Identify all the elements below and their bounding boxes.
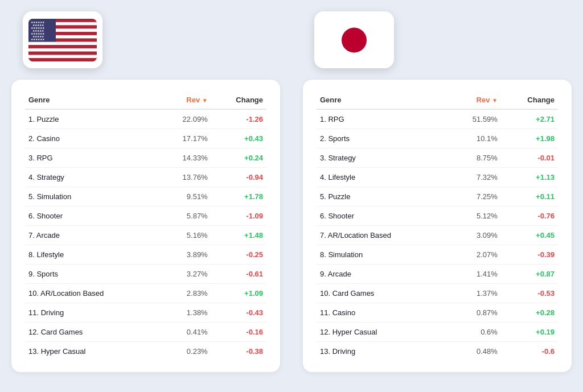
table-row: 3. RPG 14.33% +0.24 [25, 148, 266, 168]
rev-cell: 8.75% [447, 148, 501, 168]
change-cell: +0.43 [211, 129, 266, 148]
jp-col-rev: Rev ▼ [447, 91, 501, 109]
table-row: 4. Lifestyle 7.32% +1.13 [317, 168, 558, 187]
jp-table: Genre Rev ▼ Change 1. RPG 51.59% +2.71 2… [317, 91, 558, 361]
svg-point-22 [342, 27, 367, 52]
genre-cell: 6. Shooter [317, 207, 447, 226]
rev-cell: 7.25% [447, 187, 501, 207]
svg-text:★★★★★★: ★★★★★★ [31, 38, 45, 41]
rev-cell: 1.41% [447, 265, 501, 284]
rev-cell: 2.07% [447, 245, 501, 265]
genre-cell: 2. Casino [25, 129, 159, 148]
jp-rev-sort-arrow: ▼ [492, 97, 498, 104]
change-cell: -0.94 [211, 168, 266, 187]
rev-cell: 3.89% [159, 245, 211, 265]
table-row: 10. Card Games 1.37% -0.53 [317, 284, 558, 303]
change-cell: +0.11 [501, 187, 558, 207]
change-cell: -1.09 [211, 207, 266, 226]
table-row: 12. Hyper Casual 0.6% +0.19 [317, 323, 558, 342]
change-cell: +1.48 [211, 226, 266, 245]
rev-cell: 14.33% [159, 148, 211, 168]
table-row: 6. Shooter 5.87% -1.09 [25, 207, 266, 226]
rev-cell: 0.41% [159, 323, 211, 342]
table-row: 1. Puzzle 22.09% -1.26 [25, 109, 266, 129]
rev-cell: 1.37% [447, 284, 501, 303]
rev-cell: 7.32% [447, 168, 501, 187]
genre-cell: 11. Casino [317, 303, 447, 323]
table-row: 6. Shooter 5.12% -0.76 [317, 207, 558, 226]
change-cell: -0.25 [211, 245, 266, 265]
svg-rect-8 [28, 45, 97, 48]
change-cell: +1.78 [211, 187, 266, 207]
table-row: 1. RPG 51.59% +2.71 [317, 109, 558, 129]
genre-cell: 8. Simulation [317, 245, 447, 265]
rev-sort-arrow: ▼ [202, 97, 208, 104]
genre-cell: 4. Strategy [25, 168, 159, 187]
table-row: 9. Arcade 1.41% +0.87 [317, 265, 558, 284]
genre-cell: 10. AR/Location Based [25, 284, 159, 303]
us-col-genre: Genre [25, 91, 159, 109]
genre-cell: 10. Card Games [317, 284, 447, 303]
table-row: 12. Card Games 0.41% -0.16 [25, 323, 266, 342]
jp-flag-wrapper [303, 11, 572, 68]
svg-rect-9 [28, 48, 97, 51]
genre-cell: 4. Lifestyle [317, 168, 447, 187]
genre-cell: 6. Shooter [25, 207, 159, 226]
change-cell: +0.24 [211, 148, 266, 168]
change-cell: +0.19 [501, 323, 558, 342]
table-row: 8. Lifestyle 3.89% -0.25 [25, 245, 266, 265]
change-cell: -0.16 [211, 323, 266, 342]
table-row: 2. Sports 10.1% +1.98 [317, 129, 558, 148]
rev-cell: 10.1% [447, 129, 501, 148]
table-row: 11. Driving 1.38% -0.43 [25, 303, 266, 323]
rev-cell: 3.09% [447, 226, 501, 245]
main-layout: ★★★★★★ ★★★★★ ★★★★★★ ★★★★★ ★★★★★★ ★★★★★ ★… [11, 11, 572, 372]
rev-cell: 17.17% [159, 129, 211, 148]
rev-cell: 13.76% [159, 168, 211, 187]
rev-cell: 0.48% [447, 342, 501, 361]
change-cell: -0.61 [211, 265, 266, 284]
rev-cell: 2.83% [159, 284, 211, 303]
table-row: 13. Driving 0.48% -0.6 [317, 342, 558, 361]
genre-cell: 1. RPG [317, 109, 447, 129]
genre-cell: 9. Arcade [317, 265, 447, 284]
change-cell: +1.98 [501, 129, 558, 148]
genre-cell: 8. Lifestyle [25, 245, 159, 265]
svg-rect-10 [28, 51, 97, 55]
us-side: ★★★★★★ ★★★★★ ★★★★★★ ★★★★★ ★★★★★★ ★★★★★ ★… [11, 11, 280, 372]
us-flag-wrapper: ★★★★★★ ★★★★★ ★★★★★★ ★★★★★ ★★★★★★ ★★★★★ ★… [11, 11, 280, 68]
genre-cell: 2. Sports [317, 129, 447, 148]
table-row: 10. AR/Location Based 2.83% +1.09 [25, 284, 266, 303]
rev-cell: 5.87% [159, 207, 211, 226]
change-cell: -0.53 [501, 284, 558, 303]
svg-rect-7 [28, 42, 97, 45]
rev-cell: 0.23% [159, 342, 211, 361]
change-cell: +2.71 [501, 109, 558, 129]
genre-cell: 3. Strategy [317, 148, 447, 168]
change-cell: -0.39 [501, 245, 558, 265]
genre-cell: 9. Sports [25, 265, 159, 284]
change-cell: +1.13 [501, 168, 558, 187]
change-cell: -0.76 [501, 207, 558, 226]
table-row: 3. Strategy 8.75% -0.01 [317, 148, 558, 168]
jp-col-genre: Genre [317, 91, 447, 109]
rev-cell: 0.87% [447, 303, 501, 323]
table-row: 7. Arcade 5.16% +1.48 [25, 226, 266, 245]
change-cell: +1.09 [211, 284, 266, 303]
table-row: 5. Puzzle 7.25% +0.11 [317, 187, 558, 207]
rev-cell: 9.51% [159, 187, 211, 207]
genre-cell: 12. Card Games [25, 323, 159, 342]
change-cell: -0.38 [211, 342, 266, 361]
table-row: 11. Casino 0.87% +0.28 [317, 303, 558, 323]
svg-rect-11 [28, 55, 97, 58]
genre-cell: 7. AR/Location Based [317, 226, 447, 245]
jp-table-card: Genre Rev ▼ Change 1. RPG 51.59% +2.71 2… [303, 80, 572, 372]
us-table-card: Genre Rev ▼ Change 1. Puzzle 22.09% -1.2… [11, 80, 280, 372]
rev-cell: 0.6% [447, 323, 501, 342]
svg-rect-12 [28, 58, 97, 61]
change-cell: +0.87 [501, 265, 558, 284]
rev-cell: 1.38% [159, 303, 211, 323]
jp-flag [314, 11, 394, 68]
rev-cell: 22.09% [159, 109, 211, 129]
genre-cell: 13. Driving [317, 342, 447, 361]
